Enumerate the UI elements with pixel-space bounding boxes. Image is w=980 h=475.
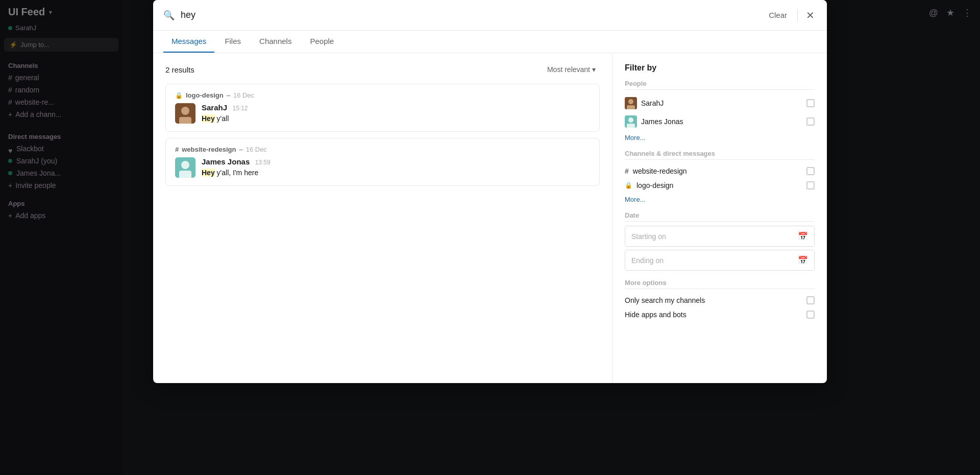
- result-2-highlight: Hey: [202, 169, 215, 177]
- filter-people-more[interactable]: More...: [625, 134, 815, 141]
- modal-overlay: 🔍 Clear ✕ Messages Files Channels People…: [0, 0, 980, 475]
- only-my-channels-label: Only search my channels: [625, 296, 705, 304]
- filter-sarahj-info: SarahJ: [625, 97, 664, 109]
- filter-website-info: # website-redesign: [625, 167, 687, 175]
- starting-on-label: Starting on: [631, 232, 666, 241]
- result-1-text: Hey y'all: [202, 113, 248, 124]
- hash-icon-website: #: [625, 167, 629, 175]
- filter-logo-label: logo-design: [636, 181, 673, 189]
- filter-sarahj-avatar: [625, 97, 637, 109]
- search-header: 🔍 Clear ✕: [153, 0, 827, 31]
- svg-rect-8: [627, 105, 635, 109]
- result-1-dash: –: [227, 91, 230, 99]
- filter-channel-website: # website-redesign: [625, 164, 815, 178]
- svg-point-10: [628, 117, 633, 123]
- search-icon: 🔍: [163, 10, 175, 21]
- tab-people[interactable]: People: [302, 31, 342, 53]
- result-2-avatar: [175, 157, 195, 178]
- svg-rect-5: [179, 171, 191, 178]
- result-1-channel: logo-design: [186, 91, 224, 99]
- filter-date-title: Date: [625, 211, 815, 222]
- search-body: 2 results Most relevant ▾ 🔒 logo-design …: [153, 53, 827, 383]
- result-1-time: 15:12: [233, 105, 248, 112]
- sort-dropdown[interactable]: Most relevant ▾: [543, 63, 600, 76]
- hide-apps-label: Hide apps and bots: [625, 311, 687, 319]
- filter-james-label: James Jonas: [641, 117, 683, 126]
- result-2-time: 13:59: [255, 159, 271, 166]
- calendar-icon-start: 📅: [798, 231, 808, 241]
- date-section: Date Starting on 📅 Ending on 📅: [625, 211, 815, 271]
- filter-person-james: James Jonas: [625, 112, 815, 131]
- hide-apps-checkbox[interactable]: [806, 311, 815, 319]
- result-2-sender: James Jonas: [202, 157, 250, 166]
- result-card-2: # website-redesign – 16 Dec: [165, 138, 600, 186]
- sort-label: Most relevant: [547, 65, 590, 74]
- filter-sarahj-label: SarahJ: [641, 99, 664, 107]
- filter-website-checkbox[interactable]: [806, 167, 815, 175]
- tab-channels[interactable]: Channels: [251, 31, 300, 53]
- result-1-text-after: y'all: [215, 114, 229, 123]
- results-count: 2 results: [165, 65, 194, 74]
- svg-rect-2: [179, 117, 191, 124]
- filter-sarahj-checkbox[interactable]: [806, 99, 815, 107]
- lock-icon-1: 🔒: [175, 92, 183, 99]
- result-2-text: Hey y'all, I'm here: [202, 168, 271, 178]
- filter-logo-info: 🔒 logo-design: [625, 181, 673, 189]
- svg-point-1: [181, 107, 189, 115]
- svg-rect-11: [627, 124, 635, 128]
- more-options-title: More options: [625, 279, 815, 289]
- result-1-highlight: Hey: [202, 114, 215, 123]
- ending-on-input[interactable]: Ending on 📅: [625, 250, 815, 271]
- result-1-message: SarahJ 15:12 Hey y'all: [202, 103, 248, 124]
- svg-point-7: [628, 99, 633, 104]
- filter-james-avatar: [625, 115, 637, 128]
- filter-title: Filter by: [625, 63, 815, 73]
- more-options-section: More options Only search my channels Hid…: [625, 279, 815, 322]
- result-1-date: 16 Dec: [233, 91, 254, 99]
- result-2-dash: –: [239, 146, 242, 153]
- lock-icon-logo: 🔒: [625, 182, 632, 189]
- result-1-avatar: [175, 103, 195, 124]
- result-2-channel: website-redesign: [182, 146, 236, 153]
- filter-james-checkbox[interactable]: [806, 117, 815, 126]
- results-pane: 2 results Most relevant ▾ 🔒 logo-design …: [153, 53, 612, 383]
- filter-website-label: website-redesign: [633, 167, 687, 175]
- result-card-1-header: 🔒 logo-design – 16 Dec: [175, 91, 590, 99]
- filter-pane: Filter by People SarahJ: [612, 53, 827, 383]
- starting-on-input[interactable]: Starting on 📅: [625, 226, 815, 247]
- filter-person-sarahj: SarahJ: [625, 94, 815, 112]
- ending-on-label: Ending on: [631, 256, 664, 265]
- header-divider: [797, 9, 798, 21]
- sort-chevron-icon: ▾: [592, 65, 596, 74]
- search-input[interactable]: [181, 10, 758, 20]
- result-2-text-after: y'all, I'm here: [215, 169, 258, 177]
- search-tabs: Messages Files Channels People: [153, 31, 827, 53]
- calendar-icon-end: 📅: [798, 255, 808, 265]
- filter-channels-more[interactable]: More...: [625, 196, 815, 203]
- search-modal: 🔍 Clear ✕ Messages Files Channels People…: [153, 0, 827, 383]
- filter-channels-title: Channels & direct messages: [625, 150, 815, 160]
- result-1-body: SarahJ 15:12 Hey y'all: [175, 103, 590, 124]
- tab-files[interactable]: Files: [216, 31, 249, 53]
- tab-messages[interactable]: Messages: [163, 31, 214, 53]
- result-2-hash: #: [175, 146, 179, 153]
- filter-james-info: James Jonas: [625, 115, 683, 128]
- filter-logo-checkbox[interactable]: [806, 181, 815, 189]
- result-2-date: 16 Dec: [246, 146, 267, 153]
- result-card-1: 🔒 logo-design – 16 Dec: [165, 84, 600, 132]
- option-only-my-channels: Only search my channels: [625, 293, 815, 307]
- result-card-2-header: # website-redesign – 16 Dec: [175, 146, 590, 153]
- clear-button[interactable]: Clear: [765, 9, 791, 21]
- filter-people-title: People: [625, 80, 815, 90]
- only-my-channels-checkbox[interactable]: [806, 296, 815, 304]
- close-button[interactable]: ✕: [804, 7, 817, 23]
- result-2-message: James Jonas 13:59 Hey y'all, I'm here: [202, 157, 271, 178]
- result-2-body: James Jonas 13:59 Hey y'all, I'm here: [175, 157, 590, 178]
- filter-channel-logo: 🔒 logo-design: [625, 178, 815, 193]
- option-hide-apps: Hide apps and bots: [625, 307, 815, 322]
- svg-point-4: [181, 161, 189, 169]
- result-1-sender: SarahJ: [202, 103, 227, 112]
- results-header: 2 results Most relevant ▾: [165, 63, 600, 76]
